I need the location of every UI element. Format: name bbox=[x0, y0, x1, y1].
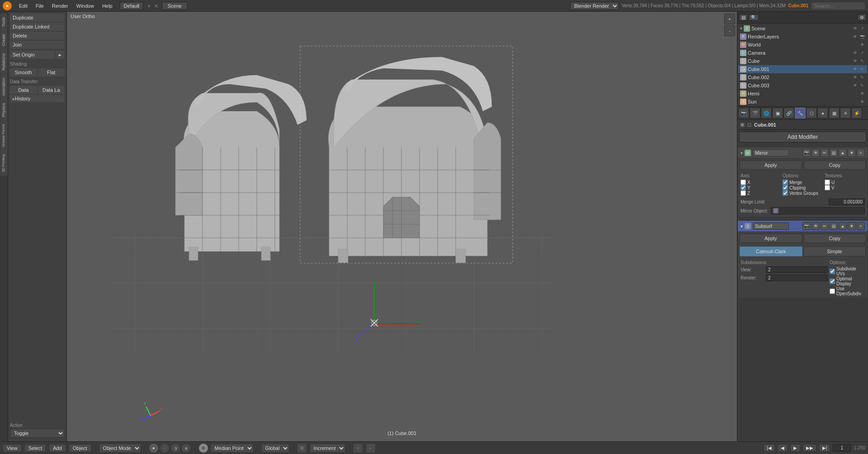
tex-v-check[interactable] bbox=[825, 185, 830, 190]
subsurf-down-btn[interactable]: ▼ bbox=[848, 222, 856, 230]
render-engine-select[interactable]: Blender Render bbox=[570, 2, 619, 10]
outliner-cube001[interactable]: ◻ Cube.001 👁 ✎ bbox=[738, 65, 867, 73]
action-select[interactable]: Toggle bbox=[10, 429, 65, 438]
mirror-eye-btn[interactable]: 👁 bbox=[811, 149, 820, 157]
mirror-camera-icon-btn[interactable]: 📷 bbox=[802, 149, 811, 157]
tab-relations[interactable]: Relations bbox=[0, 50, 8, 74]
play-btn[interactable]: ▶ bbox=[790, 444, 800, 452]
prop-obj-icon[interactable]: ▣ bbox=[772, 108, 783, 118]
flat-btn[interactable]: Flat bbox=[38, 68, 65, 76]
duplicate-btn[interactable]: Duplicate bbox=[10, 14, 65, 22]
prop-modifier-icon[interactable]: 🔧 bbox=[795, 108, 806, 118]
cube003-edit-btn[interactable]: ✎ bbox=[859, 82, 865, 89]
add-modifier-btn[interactable]: Add Modifier bbox=[739, 132, 866, 142]
timeline-end-btn[interactable]: ▶| bbox=[819, 444, 830, 452]
mirror-close-btn[interactable]: × bbox=[857, 149, 865, 157]
optimal-display-check[interactable] bbox=[830, 279, 835, 284]
timeline-start-btn[interactable]: |◀ bbox=[764, 444, 775, 452]
axis-x-check[interactable] bbox=[741, 180, 746, 185]
duplicate-linked-btn[interactable]: Duplicate Linked bbox=[10, 23, 65, 31]
mirror-edit-btn[interactable]: ✏ bbox=[821, 149, 829, 157]
subsurf-apply-btn[interactable]: Apply bbox=[740, 234, 802, 243]
outliner-camera[interactable]: C Camera 👁 ↗ bbox=[738, 49, 867, 57]
mirror-name-input[interactable]: Mirror bbox=[753, 149, 789, 156]
mirror-apply-btn[interactable]: Apply bbox=[740, 161, 802, 170]
subsurf-close-btn[interactable]: × bbox=[857, 222, 865, 230]
cube001-edit-btn[interactable]: ✎ bbox=[859, 66, 865, 72]
render-menu[interactable]: Render bbox=[48, 2, 72, 9]
opensubdiv-check[interactable] bbox=[830, 288, 835, 294]
prop-world-icon[interactable]: 🌐 bbox=[761, 108, 772, 118]
mirror-copy-btn[interactable]: Copy bbox=[804, 161, 866, 170]
subdivide-uvs-check[interactable] bbox=[830, 269, 835, 274]
mirror-obj-field[interactable]: ◻ bbox=[771, 207, 865, 214]
tex-u-check[interactable] bbox=[825, 180, 830, 185]
world-vis-btn[interactable]: 👁 bbox=[859, 42, 865, 48]
tab-animation[interactable]: Animation bbox=[0, 74, 8, 99]
rl-vis-btn[interactable]: 👁 bbox=[852, 33, 858, 40]
view-input[interactable]: 2 bbox=[766, 266, 828, 273]
view-btn[interactable]: View bbox=[3, 444, 22, 452]
outliner-search-btn[interactable]: 🔍 bbox=[749, 14, 759, 21]
vgroups-check[interactable] bbox=[783, 190, 788, 196]
outliner-view-btn[interactable]: ▤ bbox=[739, 14, 748, 21]
outliner-filter-btn[interactable]: ⚙ bbox=[858, 14, 866, 21]
outliner-renderlayers[interactable]: R RenderLayers 👁 📷 bbox=[738, 33, 867, 41]
rendered-btn[interactable]: ◉ bbox=[181, 443, 191, 453]
subsurf-edit-btn[interactable]: ✏ bbox=[821, 222, 829, 230]
tab-grease-pencil[interactable]: Grease Pencil bbox=[0, 121, 8, 151]
delete-btn[interactable]: Delete bbox=[10, 32, 65, 40]
transform-select[interactable]: Global bbox=[261, 444, 289, 453]
subsurf-name-input[interactable]: Subsurf bbox=[753, 222, 789, 230]
file-menu[interactable]: File bbox=[32, 2, 47, 9]
wireframe-btn[interactable]: ○ bbox=[160, 443, 170, 453]
help-menu[interactable]: Help bbox=[99, 2, 116, 9]
cube002-vis-btn[interactable]: 👁 bbox=[852, 74, 858, 80]
subsurf-camera-btn[interactable]: 📷 bbox=[802, 222, 811, 230]
mirror-expand-btn[interactable]: ▤ bbox=[830, 149, 838, 157]
data-btn[interactable]: Data bbox=[10, 86, 37, 94]
subsurf-expand-btn[interactable]: ▤ bbox=[830, 222, 838, 230]
data-la-btn[interactable]: Data La bbox=[38, 86, 65, 94]
outliner-cube002[interactable]: ◻ Cube.002 👁 ✎ bbox=[738, 73, 867, 81]
simple-btn[interactable]: Simple bbox=[803, 246, 866, 256]
history-header[interactable]: ▸ History — bbox=[10, 95, 65, 102]
tab-tools[interactable]: Tools bbox=[0, 14, 8, 30]
camera-vis-btn[interactable]: 👁 bbox=[852, 50, 858, 56]
plus-icon[interactable]: + bbox=[147, 2, 151, 9]
outliner-world[interactable]: W World 👁 bbox=[738, 41, 867, 49]
select-btn[interactable]: Select bbox=[24, 444, 47, 452]
vis-restrict-btn[interactable]: 👁 bbox=[852, 25, 858, 32]
smooth-btn[interactable]: Smooth bbox=[10, 68, 37, 76]
prop-texture-icon[interactable]: ▦ bbox=[829, 108, 840, 118]
prop-constraints-icon[interactable]: 🔗 bbox=[783, 108, 794, 118]
axis-y-check[interactable] bbox=[741, 185, 746, 190]
axis-z-check[interactable] bbox=[741, 190, 746, 196]
outliner-cube[interactable]: ◻ Cube 👁 ✎ bbox=[738, 57, 867, 65]
tab-physics[interactable]: Physics bbox=[0, 99, 8, 121]
viewport-canvas[interactable]: X Y Z (1) Cube.001 + - bbox=[67, 12, 737, 441]
prop-material-icon[interactable]: ● bbox=[817, 108, 828, 118]
play-fwd-btn[interactable]: ▶▶ bbox=[803, 444, 816, 452]
zoom-in-btn[interactable]: + bbox=[724, 14, 735, 24]
cube001-vis-btn[interactable]: 👁 bbox=[852, 66, 858, 72]
vis-select-btn[interactable]: ↗ bbox=[859, 25, 865, 32]
texture-btn[interactable]: ◑ bbox=[170, 443, 180, 453]
clipping-check[interactable] bbox=[783, 185, 788, 190]
editor-type[interactable]: Default bbox=[120, 2, 144, 10]
zoom-out-btn[interactable]: - bbox=[724, 25, 735, 36]
subsurf-eye-btn[interactable]: 👁 bbox=[811, 222, 820, 230]
subsurf-copy-btn[interactable]: Copy bbox=[804, 234, 866, 243]
window-menu[interactable]: Window bbox=[73, 2, 98, 9]
tab-create[interactable]: Create bbox=[0, 30, 8, 50]
mirror-up-btn[interactable]: ▲ bbox=[839, 149, 847, 157]
prop-physics-icon[interactable]: ⚡ bbox=[851, 108, 862, 118]
set-origin-arrow[interactable]: ▸ bbox=[56, 51, 65, 59]
outliner-cube003[interactable]: ◻ Cube.003 👁 ✎ bbox=[738, 81, 867, 90]
prop-render-icon[interactable]: 📷 bbox=[738, 108, 749, 118]
mirror-btn[interactable]: ↔ bbox=[366, 443, 376, 453]
scene-label[interactable]: Scene bbox=[162, 2, 188, 10]
add-btn[interactable]: Add bbox=[49, 444, 66, 452]
cube-edit-btn[interactable]: ✎ bbox=[859, 58, 865, 64]
merge-limit-input[interactable]: 0.001000 bbox=[829, 199, 865, 205]
